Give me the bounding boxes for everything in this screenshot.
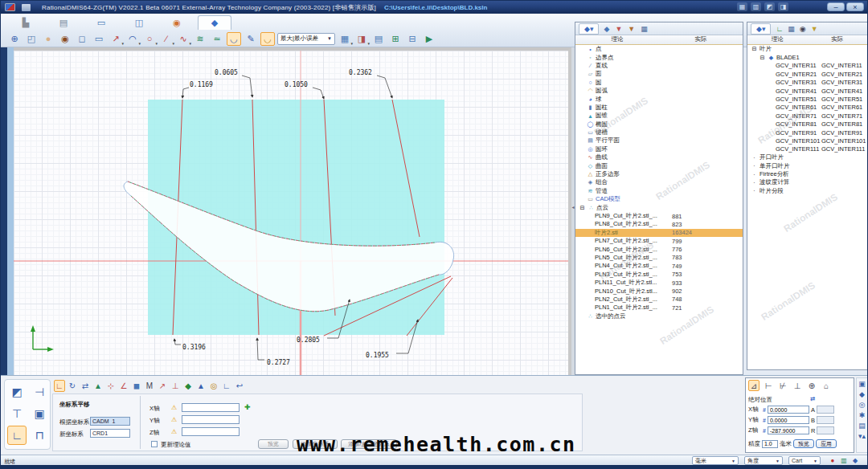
shield-icon[interactable]: ▼ bbox=[628, 25, 635, 33]
z-axis-input[interactable] bbox=[182, 427, 240, 436]
gcv-row[interactable]: GCV_INTER41 GCV_INTER41 bbox=[747, 87, 867, 95]
search-icon[interactable]: ◎ bbox=[859, 401, 866, 409]
pyramid-icon[interactable]: ▲ bbox=[195, 380, 207, 392]
camera-icon[interactable]: ◉ bbox=[800, 25, 806, 33]
gcv-row[interactable]: GCV_INTER101 GCV_INTER101 bbox=[747, 137, 867, 145]
probe-icon[interactable]: ◆ bbox=[859, 390, 865, 398]
unit-select[interactable]: 毫米▼ bbox=[692, 456, 739, 465]
grid-project-icon[interactable]: ▦▾ bbox=[338, 32, 352, 46]
axis-origin-icon[interactable]: ⊹ bbox=[105, 380, 117, 392]
feature-row[interactable]: ◎ 圆环 bbox=[575, 145, 743, 153]
triad-icon[interactable]: ∟ bbox=[776, 25, 783, 33]
grid-icon[interactable]: ▦ bbox=[788, 25, 795, 33]
palette-icon[interactable]: ▣ bbox=[858, 380, 866, 388]
add-csys-button[interactable]: 添加坐标系 bbox=[293, 439, 338, 449]
scan-line-icon[interactable]: ≋ bbox=[193, 32, 207, 46]
filter-icon[interactable]: ▼ bbox=[615, 25, 622, 33]
caliper-icon[interactable]: ⊣ bbox=[30, 382, 49, 402]
gcv-row[interactable]: GCV_INTER11 GCV_INTER11 bbox=[747, 62, 867, 70]
blade-extra-row[interactable]: · 单开口叶片 bbox=[747, 161, 867, 169]
collapse-icon[interactable]: ⊟ bbox=[579, 205, 586, 211]
blade-extra-row[interactable]: · 波纹度计算 bbox=[747, 178, 867, 186]
circle-measure-icon[interactable]: ○▾ bbox=[142, 32, 157, 46]
arrows-icon[interactable]: ▾▴ bbox=[858, 432, 866, 440]
gcv-row[interactable]: GCV_INTER31 GCV_INTER31 bbox=[747, 79, 867, 87]
ref-csys-input[interactable] bbox=[90, 417, 130, 426]
feature-row[interactable]: ○ 圆 bbox=[575, 79, 743, 87]
pointcloud-root-row[interactable]: ⊟ ∴ 点云 bbox=[575, 203, 743, 211]
position-apply-button[interactable]: 应用 bbox=[816, 439, 837, 448]
add-activate-csys-button[interactable]: 添加/激活坐标系 bbox=[341, 439, 397, 449]
add-icon[interactable]: ✚ bbox=[244, 403, 251, 411]
line-measure-icon[interactable]: ∕▾ bbox=[159, 32, 174, 46]
brush-icon[interactable]: ✎ bbox=[244, 32, 258, 46]
select-box-icon[interactable]: ◻ bbox=[75, 32, 89, 46]
tab-report[interactable]: ▤ bbox=[47, 15, 80, 30]
new-csys-input[interactable] bbox=[90, 429, 130, 438]
pointcloud-row[interactable]: PLN9_Cut_叶片2.stl_... 881 bbox=[575, 212, 743, 220]
export-model-icon[interactable]: ⊟ bbox=[405, 32, 420, 46]
status-ruler-icon[interactable]: ▥ bbox=[840, 457, 848, 465]
blade-tab[interactable]: ◆▾ bbox=[751, 23, 771, 35]
feature-row[interactable]: ▱ 面 bbox=[575, 70, 743, 78]
feature-row[interactable]: ◦ 边界点 bbox=[575, 53, 743, 61]
probe-box-icon[interactable]: ◩ bbox=[7, 382, 27, 402]
x-axis-input[interactable] bbox=[182, 403, 240, 412]
fit-view-icon[interactable]: ⊕ bbox=[7, 32, 22, 46]
preview-button[interactable]: 预览 bbox=[258, 439, 289, 449]
minimize-button[interactable]: – bbox=[827, 2, 845, 11]
csys-rotate-icon[interactable]: ↻ bbox=[67, 380, 78, 392]
grid-icon[interactable]: ▦ bbox=[641, 25, 648, 33]
pointcloud-row[interactable]: PLN5_Cut_叶片2.stl_... 783 bbox=[575, 254, 743, 262]
probe-head-icon[interactable]: ⊤ bbox=[7, 404, 27, 423]
uv-scan-icon[interactable]: ◡ bbox=[260, 32, 275, 46]
screen-icon[interactable]: ▭ bbox=[92, 32, 106, 46]
gcv-row[interactable]: GCV_INTER81 GCV_INTER81 bbox=[747, 120, 867, 128]
zoom-window-icon[interactable]: ◰ bbox=[24, 32, 39, 46]
pan-hand-icon[interactable]: ● bbox=[41, 32, 55, 46]
axis3d-icon[interactable]: ⊥ bbox=[170, 380, 181, 392]
tab-probe[interactable]: ◫ bbox=[122, 15, 156, 30]
x-position-input[interactable] bbox=[768, 406, 809, 414]
copy-transform-icon[interactable]: ◨▾ bbox=[354, 32, 369, 46]
send-icon[interactable]: ▶ bbox=[422, 32, 436, 46]
feature-row[interactable]: • 点 bbox=[575, 45, 743, 53]
csys-translate-icon[interactable]: ∟ bbox=[54, 380, 65, 392]
update-theory-checkbox[interactable] bbox=[151, 441, 158, 447]
pointcloud-row[interactable]: PLN10_Cut_叶片2.stl... 902 bbox=[575, 287, 743, 295]
feature-row[interactable]: ◠ 圆弧 bbox=[575, 87, 743, 95]
monitor-icon[interactable]: ▥ bbox=[751, 2, 761, 11]
export-table-icon[interactable]: ▤ bbox=[371, 32, 386, 46]
gcv-row[interactable]: GCV_INTER21 GCV_INTER21 bbox=[747, 70, 867, 78]
green-cube-icon[interactable]: ◆ bbox=[182, 380, 194, 392]
feature-row[interactable]: ◇ 曲面 bbox=[575, 161, 743, 169]
col-theory[interactable]: 理论 bbox=[747, 35, 808, 44]
csys-swap-icon[interactable]: ⇄ bbox=[80, 380, 91, 392]
rotate-center-icon[interactable]: ◎ bbox=[208, 380, 219, 392]
col-actual[interactable]: 实际 bbox=[659, 35, 743, 44]
pointcloud-row[interactable]: PLN8_Cut_叶片2.stl_... 823 bbox=[575, 220, 743, 228]
m-point-icon[interactable]: M bbox=[144, 380, 155, 392]
feature-row[interactable]: ∕ 直线 bbox=[575, 62, 743, 70]
solid-icon[interactable]: ◆ bbox=[604, 25, 609, 33]
feature-row[interactable]: ▤ 平行平面 bbox=[575, 137, 743, 145]
tab-home[interactable]: ▙ bbox=[9, 15, 43, 30]
gcv-row[interactable]: GCV_INTER61 GCV_INTER61 bbox=[747, 104, 867, 112]
joystick-icon[interactable]: ⊥ bbox=[792, 380, 803, 391]
axes-small-icon[interactable]: ∟ bbox=[221, 380, 232, 392]
gcv-row[interactable]: GCV_INTER71 GCV_INTER71 bbox=[747, 112, 867, 120]
y-position-input[interactable] bbox=[768, 416, 809, 424]
precision-input[interactable] bbox=[762, 440, 778, 448]
scan-patch-icon[interactable]: ◡ bbox=[227, 32, 241, 46]
cube-icon[interactable]: ◼ bbox=[131, 380, 142, 392]
tab-analysis[interactable]: ◉ bbox=[160, 15, 194, 30]
pointcloud-row[interactable]: PLN6_Cut_叶片2.stl_... 776 bbox=[575, 245, 743, 253]
connect-icon[interactable]: ◨ bbox=[778, 2, 788, 11]
mill-icon[interactable]: ⊿ bbox=[748, 380, 760, 391]
feature-row[interactable]: ▲ 圆锥 bbox=[575, 112, 743, 120]
blade1-row[interactable]: ⊟ ◆ BLADE1 bbox=[747, 53, 867, 61]
pointcloud-row[interactable]: PLN11_Cut_叶片2.stl... 933 bbox=[575, 279, 743, 287]
probe-status-icon[interactable]: ◩ bbox=[764, 2, 775, 11]
pointcloud-row[interactable]: PLN1_Cut_叶片2.stl_... 721 bbox=[575, 304, 743, 312]
undo-coord-icon[interactable]: ↩ bbox=[234, 380, 245, 392]
